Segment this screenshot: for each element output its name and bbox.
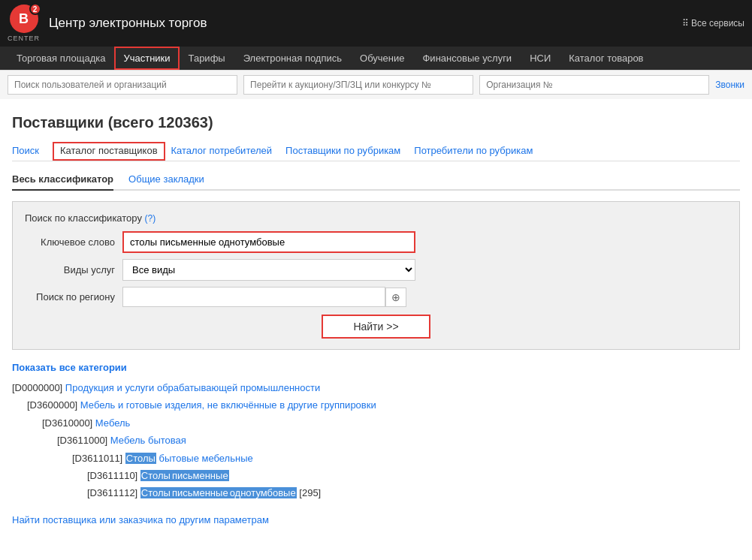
nav-item-uchastniki[interactable]: Участники	[114, 47, 179, 70]
nav-item-katalog[interactable]: Каталог товаров	[560, 47, 652, 70]
services-row: Виды услуг Все виды	[25, 259, 727, 281]
bottom-find-link[interactable]: Найти поставщика или заказчика по другим…	[12, 514, 740, 525]
cat-code: [D3611110]	[87, 470, 137, 481]
nav-item-obuchenie[interactable]: Обучение	[351, 47, 413, 70]
search-users-input[interactable]	[8, 75, 237, 95]
cat-link[interactable]: Столы бытовые мебельные	[125, 453, 253, 464]
logo-letter: B	[19, 11, 29, 27]
center-label: CENTER	[8, 35, 40, 42]
highlight-stoly2: Столы	[140, 470, 171, 481]
main-content: Поставщики (всего 120363) Поиск Каталог …	[0, 99, 752, 540]
search-btn-row: Найти >>	[25, 315, 727, 339]
category-tree: [D0000000] Продукция и услуги обрабатыва…	[12, 379, 740, 502]
classifier-box: Поиск по классификатору (?) Ключевое сло…	[12, 201, 740, 350]
highlight-pismennye2: письменные	[171, 487, 229, 498]
show-all-categories-link[interactable]: Показать все категории	[12, 362, 740, 373]
logo: B 2 CENTER	[8, 5, 40, 42]
cat-link[interactable]: Столыписьменныеоднотумбовые	[140, 487, 297, 498]
nav-bar: Торговая площадка Участники Тарифы Элект…	[0, 47, 752, 70]
cat-code: [D3611112]	[87, 487, 137, 498]
nav-item-ep[interactable]: Электронная подпись	[234, 47, 351, 70]
tab-potrebiteli-po-rubrikam[interactable]: Потребители по рубрикам	[414, 142, 540, 161]
region-input[interactable]	[122, 287, 385, 307]
services-select[interactable]: Все виды	[122, 259, 415, 281]
sub-tab-bookmarks[interactable]: Общие закладки	[128, 170, 204, 191]
list-item: [D3611112] Столыписьменныеоднотумбовые […	[87, 484, 740, 501]
search-button[interactable]: Найти >>	[322, 315, 430, 339]
cat-count: [295]	[299, 487, 321, 498]
nav-item-finansy[interactable]: Финансовые услуги	[413, 47, 521, 70]
list-item: [D3611000] Мебель бытовая	[57, 432, 740, 449]
search-auction-input[interactable]	[243, 75, 473, 95]
tab-postavshiki-po-rubrikam[interactable]: Поставщики по рубрикам	[285, 142, 408, 161]
keyword-row: Ключевое слово	[25, 231, 727, 253]
cat-link[interactable]: Мебель и готовые изделия, не включённые …	[80, 399, 376, 411]
search-org-input[interactable]	[479, 75, 709, 95]
all-services-link[interactable]: ⠿ Все сервисы	[682, 18, 744, 29]
highlight-odnotumb: однотумбовые	[229, 487, 297, 498]
cat-link[interactable]: Мебель бытовая	[110, 435, 186, 446]
region-row: Поиск по региону ⊕	[25, 287, 727, 307]
cat-link[interactable]: Столыписьменные	[140, 470, 229, 481]
keyword-input[interactable]	[122, 231, 415, 253]
highlight-stoły: Столы	[125, 453, 156, 464]
cat-link[interactable]: Продукция и услуги обрабатывающей промыш…	[65, 382, 320, 393]
main-tabs: Поиск Каталог поставщиков Каталог потреб…	[12, 142, 740, 161]
list-item: [D0000000] Продукция и услуги обрабатыва…	[12, 379, 740, 396]
zvonki-link[interactable]: Звонки	[715, 80, 744, 90]
cat-code: [D3610000]	[42, 417, 92, 429]
nav-item-torgovaya[interactable]: Торговая площадка	[8, 47, 114, 70]
cat-code: [D0000000]	[12, 382, 62, 393]
sub-tabs: Весь классификатор Общие закладки	[12, 170, 740, 191]
logo-badge: B 2	[10, 5, 38, 33]
highlight-stoly3: Столы	[140, 487, 171, 498]
cat-link[interactable]: Мебель	[95, 417, 131, 429]
services-label: Виды услуг	[25, 264, 122, 275]
page-title: Поставщики (всего 120363)	[12, 114, 740, 131]
cat-code: [D3611011]	[72, 453, 122, 464]
keyword-label: Ключевое слово	[25, 236, 122, 248]
list-item: [D3600000] Мебель и готовые изделия, не …	[27, 396, 740, 414]
region-plus-button[interactable]: ⊕	[385, 288, 406, 307]
classifier-help[interactable]: (?)	[145, 213, 156, 224]
cat-code: [D3611000]	[57, 435, 107, 446]
list-item: [D3611110] Столыписьменные	[87, 467, 740, 484]
tab-katalog-potrebiteley[interactable]: Каталог потребителей	[171, 142, 280, 161]
list-item: [D3610000] Мебель	[42, 414, 740, 432]
classifier-title: Поиск по классификатору	[25, 212, 142, 224]
classifier-header: Поиск по классификатору (?)	[25, 212, 727, 224]
nav-item-tarify[interactable]: Тарифы	[180, 47, 234, 70]
tab-poisk[interactable]: Поиск	[12, 142, 47, 161]
highlight-pismennye: письменные	[171, 470, 229, 481]
badge-count: 2	[29, 3, 41, 15]
tab-katalog-postavshikov[interactable]: Каталог поставщиков	[53, 142, 165, 161]
nav-item-nsi[interactable]: НСИ	[521, 47, 560, 70]
region-label: Поиск по региону	[25, 291, 122, 303]
region-input-wrap: ⊕	[122, 287, 406, 307]
sub-tab-classifier[interactable]: Весь классификатор	[12, 170, 113, 191]
header-title: Центр электронных торгов	[49, 16, 673, 31]
global-search-bar: Звонки	[0, 70, 752, 99]
list-item: [D3611011] Столы бытовые мебельные	[72, 450, 740, 467]
cat-code: [D3600000]	[27, 399, 77, 411]
